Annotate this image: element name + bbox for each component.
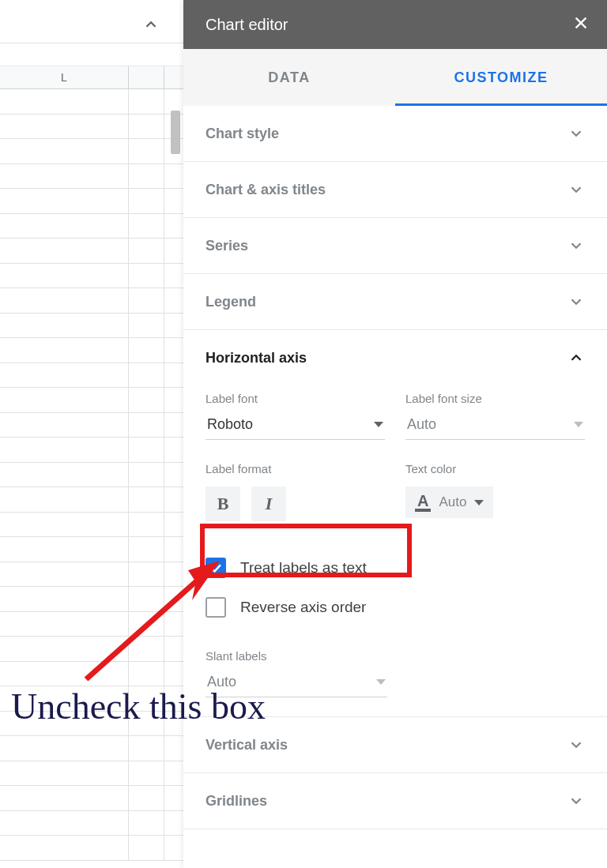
- field-text-color: Text color A Auto: [405, 462, 585, 521]
- field-slant-labels: Slant labels Auto: [205, 649, 387, 697]
- text-color-value: Auto: [439, 494, 466, 510]
- treat-labels-as-text-row: Treat labels as text: [205, 548, 585, 588]
- section-title: Legend: [205, 294, 256, 310]
- section-head-legend[interactable]: Legend: [183, 274, 607, 329]
- field-label: Slant labels: [205, 649, 387, 663]
- select-value: Auto: [407, 416, 436, 433]
- checkmark-icon: [209, 561, 223, 575]
- checkbox-label: Treat labels as text: [240, 559, 367, 577]
- panel-title: Chart editor: [205, 16, 288, 34]
- select-value: Roboto: [207, 416, 253, 433]
- dropdown-icon: [474, 500, 484, 505]
- label-font-select[interactable]: Roboto: [205, 416, 385, 440]
- field-label-font-size: Label font size Auto: [405, 392, 585, 440]
- section-body-horizontal-axis: Label font Roboto Label font size Auto: [183, 385, 607, 716]
- slant-labels-select[interactable]: Auto: [205, 674, 387, 697]
- reverse-axis-order-checkbox[interactable]: [205, 597, 226, 618]
- dropdown-icon: [574, 422, 583, 427]
- italic-icon: I: [266, 494, 273, 514]
- tab-customize[interactable]: CUSTOMIZE: [395, 49, 607, 106]
- reverse-axis-order-row: Reverse axis order: [205, 588, 585, 627]
- field-label: Label font: [205, 392, 385, 405]
- section-vertical-axis: Vertical axis: [183, 717, 607, 773]
- field-label-format: Label format B I: [205, 462, 385, 521]
- chart-editor-panel: Chart editor DATA CUSTOMIZE Chart style …: [183, 0, 607, 868]
- section-head-chart-axis-titles[interactable]: Chart & axis titles: [183, 162, 607, 217]
- field-label: Label font size: [405, 392, 585, 405]
- section-head-vertical-axis[interactable]: Vertical axis: [183, 717, 607, 772]
- spreadsheet-area: L: [0, 0, 183, 868]
- tabs: DATA CUSTOMIZE: [183, 49, 607, 106]
- section-head-horizontal-axis[interactable]: Horizontal axis: [183, 330, 607, 385]
- panel-header: Chart editor: [183, 0, 607, 49]
- chevron-up-icon: [567, 349, 585, 366]
- section-title: Horizontal axis: [205, 350, 307, 366]
- chevron-down-icon: [567, 181, 585, 198]
- close-icon: [572, 14, 590, 32]
- bold-button[interactable]: B: [205, 487, 240, 521]
- bold-icon: B: [217, 494, 229, 514]
- treat-labels-as-text-checkbox[interactable]: [205, 558, 226, 578]
- field-label-font: Label font Roboto: [205, 392, 385, 440]
- section-horizontal-axis: Horizontal axis Label font Roboto Label …: [183, 330, 607, 717]
- section-title: Series: [205, 238, 248, 254]
- section-series: Series: [183, 218, 607, 274]
- collapse-panel-icon[interactable]: [142, 16, 160, 36]
- section-title: Vertical axis: [205, 737, 288, 753]
- column-header-row: L: [0, 66, 183, 89]
- column-header-edge[interactable]: [164, 66, 183, 88]
- section-legend: Legend: [183, 274, 607, 330]
- text-color-icon: A: [415, 493, 431, 512]
- dropdown-icon: [376, 679, 386, 685]
- section-head-chart-style[interactable]: Chart style: [183, 106, 607, 161]
- close-button[interactable]: [572, 14, 590, 36]
- column-header-L[interactable]: L: [0, 66, 129, 88]
- checkbox-label: Reverse axis order: [240, 599, 366, 616]
- section-title: Chart style: [205, 126, 279, 142]
- text-color-select[interactable]: A Auto: [405, 487, 493, 518]
- chevron-down-icon: [567, 792, 585, 810]
- column-header-next[interactable]: [129, 66, 164, 88]
- vertical-scrollbar-thumb[interactable]: [171, 111, 180, 154]
- section-title: Gridlines: [205, 793, 267, 810]
- section-chart-style: Chart style: [183, 106, 607, 162]
- field-label: Text color: [405, 462, 585, 475]
- field-label: Label format: [205, 462, 385, 475]
- chevron-down-icon: [567, 736, 585, 753]
- chevron-down-icon: [567, 237, 585, 254]
- section-chart-axis-titles: Chart & axis titles: [183, 162, 607, 218]
- section-title: Chart & axis titles: [205, 182, 326, 198]
- dropdown-icon: [374, 422, 383, 427]
- grid-body[interactable]: [0, 89, 183, 861]
- sheet-toolbar-strip: [0, 0, 183, 43]
- section-gridlines: Gridlines: [183, 773, 607, 829]
- sections-container: Chart style Chart & axis titles Series L…: [183, 106, 607, 868]
- label-font-size-select[interactable]: Auto: [405, 416, 585, 440]
- section-head-gridlines[interactable]: Gridlines: [183, 773, 607, 829]
- tab-data[interactable]: DATA: [183, 49, 395, 106]
- select-value: Auto: [207, 674, 236, 690]
- chevron-down-icon: [567, 125, 585, 142]
- italic-button[interactable]: I: [251, 487, 286, 521]
- section-head-series[interactable]: Series: [183, 218, 607, 273]
- chevron-down-icon: [567, 293, 585, 310]
